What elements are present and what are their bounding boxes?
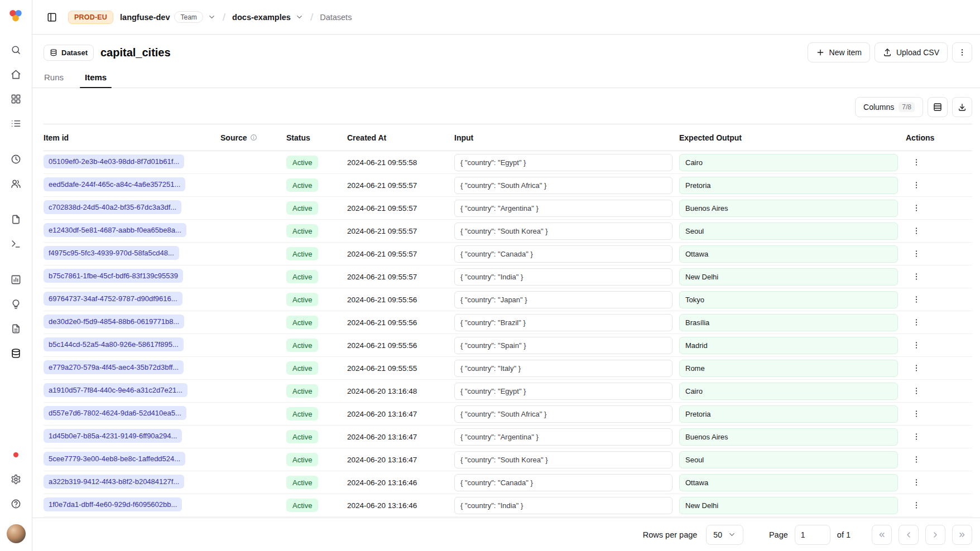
item-id-badge[interactable]: 1f0e7da1-dbff-4e60-929d-f6095602bb... bbox=[44, 497, 182, 511]
sidebar-item-file[interactable] bbox=[6, 209, 27, 230]
expected-output-cell[interactable]: Brasília bbox=[679, 314, 898, 331]
more-actions-button[interactable] bbox=[952, 42, 972, 62]
row-actions-button[interactable] bbox=[907, 244, 926, 263]
input-cell[interactable]: { "country": "Italy" } bbox=[454, 360, 672, 377]
column-header-created-at[interactable]: Created At bbox=[347, 133, 454, 142]
row-actions-button[interactable] bbox=[907, 221, 926, 240]
row-height-button[interactable] bbox=[928, 97, 948, 117]
row-actions-button[interactable] bbox=[907, 450, 926, 469]
expected-output-cell[interactable]: Buenos Aires bbox=[679, 428, 898, 446]
expected-output-cell[interactable]: Cairo bbox=[679, 154, 898, 171]
sidebar-item-lightbulb[interactable] bbox=[6, 293, 27, 315]
expected-output-cell[interactable]: Rome bbox=[679, 360, 898, 377]
item-id-badge[interactable]: a322b319-9412-4f43-b8f2-b20484127f... bbox=[44, 475, 184, 489]
row-actions-button[interactable] bbox=[907, 153, 926, 172]
breadcrumb-project[interactable]: docs-examples bbox=[232, 13, 304, 22]
sidebar-item-square-chart[interactable] bbox=[6, 269, 27, 290]
expected-output-cell[interactable]: Madrid bbox=[679, 337, 898, 354]
sidebar-item-terminal[interactable] bbox=[6, 233, 27, 254]
input-cell[interactable]: { "country": "Brazil" } bbox=[454, 314, 672, 331]
input-cell[interactable]: { "country": "South Africa" } bbox=[454, 405, 672, 423]
column-header-source[interactable]: Source bbox=[220, 133, 286, 142]
item-id-badge[interactable]: b5c144cd-52a5-4a80-926e-58617f895... bbox=[44, 337, 184, 351]
item-id-badge[interactable]: de30d2e0-f5d9-4854-88b6-0619771b8... bbox=[44, 315, 184, 328]
breadcrumb-organization[interactable]: langfuse-dev Team bbox=[120, 11, 216, 23]
row-actions-button[interactable] bbox=[907, 404, 926, 423]
page-number-input[interactable] bbox=[795, 525, 830, 545]
first-page-button[interactable] bbox=[872, 525, 892, 545]
previous-page-button[interactable] bbox=[899, 525, 919, 545]
next-page-button[interactable] bbox=[925, 525, 945, 545]
item-id-badge[interactable]: b75c7861-1fbe-45cf-bdf6-83f139c95539 bbox=[44, 269, 183, 283]
expected-output-cell[interactable]: Pretoria bbox=[679, 177, 898, 194]
item-id-badge[interactable]: 69764737-34af-4752-9787-d90df9616... bbox=[44, 292, 182, 306]
expected-output-cell[interactable]: New Delhi bbox=[679, 268, 898, 286]
expected-output-cell[interactable]: Tokyo bbox=[679, 291, 898, 308]
input-cell[interactable]: { "country": "Egypt" } bbox=[454, 383, 672, 400]
row-actions-button[interactable] bbox=[907, 427, 926, 446]
row-actions-button[interactable] bbox=[907, 381, 926, 400]
tab-items[interactable]: Items bbox=[80, 67, 112, 88]
expected-output-cell[interactable]: New Delhi bbox=[679, 497, 898, 514]
input-cell[interactable]: { "country": "Canada" } bbox=[454, 245, 672, 263]
input-cell[interactable]: { "country": "South Africa" } bbox=[454, 177, 672, 194]
input-cell[interactable]: { "country": "Argentina" } bbox=[454, 200, 672, 217]
expected-output-cell[interactable]: Buenos Aires bbox=[679, 200, 898, 217]
item-id-badge[interactable]: e779a270-579a-4f45-aec4-35b72d3bff... bbox=[44, 360, 184, 374]
input-cell[interactable]: { "country": "South Korea" } bbox=[454, 223, 672, 240]
row-actions-button[interactable] bbox=[907, 496, 926, 515]
sidebar-item-home[interactable] bbox=[6, 64, 27, 85]
sidebar-item-grid[interactable] bbox=[6, 88, 27, 109]
expected-output-cell[interactable]: Pretoria bbox=[679, 405, 898, 423]
upload-csv-button[interactable]: Upload CSV bbox=[875, 42, 948, 62]
item-id-badge[interactable]: e12430df-5e81-4687-aabb-f0ea65be8a... bbox=[44, 223, 186, 237]
expected-output-cell[interactable]: Seoul bbox=[679, 223, 898, 240]
rows-per-page-select[interactable]: 50 bbox=[706, 525, 743, 545]
column-header-input[interactable]: Input bbox=[454, 133, 679, 142]
item-id-badge[interactable]: d557e7d6-7802-4624-9da6-52d410ea5... bbox=[44, 406, 186, 420]
input-cell[interactable]: { "country": "Japan" } bbox=[454, 291, 672, 308]
input-cell[interactable]: { "country": "India" } bbox=[454, 268, 672, 286]
expected-output-cell[interactable]: Seoul bbox=[679, 451, 898, 468]
item-id-badge[interactable]: a1910d57-7f84-440c-9e46-a31c2d7e21... bbox=[44, 383, 188, 397]
expected-output-cell[interactable]: Cairo bbox=[679, 383, 898, 400]
sidebar-item-list[interactable] bbox=[6, 113, 27, 134]
column-header-status[interactable]: Status bbox=[286, 133, 347, 142]
input-cell[interactable]: { "country": "Egypt" } bbox=[454, 154, 672, 171]
columns-button[interactable]: Columns 7/8 bbox=[855, 97, 923, 117]
user-avatar[interactable] bbox=[7, 524, 26, 543]
sidebar-toggle-button[interactable] bbox=[42, 8, 61, 27]
input-cell[interactable]: { "country": "Spain" } bbox=[454, 337, 672, 354]
sidebar-item-clock[interactable] bbox=[6, 148, 27, 170]
sidebar-item-file-text[interactable] bbox=[6, 318, 27, 339]
row-actions-button[interactable] bbox=[907, 267, 926, 286]
sidebar-item-settings[interactable] bbox=[6, 468, 27, 490]
input-cell[interactable]: { "country": "India" } bbox=[454, 497, 672, 514]
row-actions-button[interactable] bbox=[907, 336, 926, 355]
new-item-button[interactable]: New item bbox=[808, 42, 870, 62]
app-logo[interactable] bbox=[7, 7, 25, 25]
expected-output-cell[interactable]: Ottawa bbox=[679, 474, 898, 491]
input-cell[interactable]: { "country": "Canada" } bbox=[454, 474, 672, 491]
row-actions-button[interactable] bbox=[907, 313, 926, 332]
row-actions-button[interactable] bbox=[907, 359, 926, 378]
input-cell[interactable]: { "country": "Argentina" } bbox=[454, 428, 672, 446]
sidebar-item-users[interactable] bbox=[6, 173, 27, 194]
row-actions-button[interactable] bbox=[907, 473, 926, 492]
sidebar-item-database[interactable] bbox=[6, 342, 27, 364]
row-actions-button[interactable] bbox=[907, 176, 926, 195]
input-cell[interactable]: { "country": "South Korea" } bbox=[454, 451, 672, 468]
last-page-button[interactable] bbox=[952, 525, 972, 545]
export-button[interactable] bbox=[952, 97, 972, 117]
column-header-expected-output[interactable]: Expected Output bbox=[679, 133, 906, 142]
expected-output-cell[interactable]: Ottawa bbox=[679, 245, 898, 263]
sidebar-item-search[interactable] bbox=[6, 39, 27, 60]
item-id-badge[interactable]: eed5dafe-244f-465c-a84c-4a6e357251... bbox=[44, 177, 185, 191]
item-id-badge[interactable]: f4975c95-5fc3-4939-970d-58fa5cd48... bbox=[44, 246, 179, 260]
sidebar-item-support[interactable] bbox=[6, 493, 27, 514]
item-id-badge[interactable]: 1d45b0e7-b85a-4231-9149-6ff90a294... bbox=[44, 429, 182, 443]
tab-runs[interactable]: Runs bbox=[39, 67, 69, 88]
item-id-badge[interactable]: 05109ef0-2e3b-4e03-98dd-8f7d01b61f... bbox=[44, 154, 184, 168]
item-id-badge[interactable]: c702838d-24d5-40a2-bf35-67dc3a3df... bbox=[44, 200, 181, 214]
row-actions-button[interactable] bbox=[907, 290, 926, 309]
